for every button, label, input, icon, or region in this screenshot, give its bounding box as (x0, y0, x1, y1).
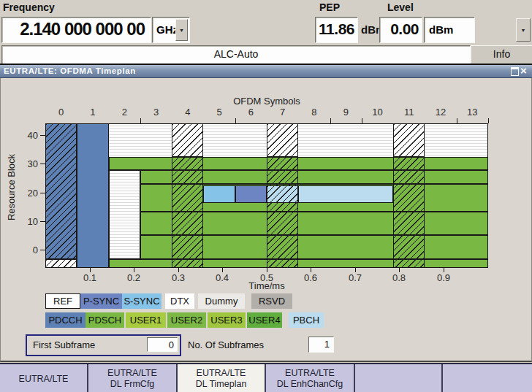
first-subframe-field[interactable]: 0 (147, 337, 178, 352)
first-subframe-label: First Subframe (33, 336, 95, 355)
softkey-empty-6[interactable] (443, 364, 531, 392)
first-subframe-group: First Subframe 0 (26, 334, 181, 356)
legend-item-user1: USER1 (126, 312, 166, 328)
legend-row-2: PDCCHPDSCHUSER1USER2USER3USER4PBCH (45, 312, 324, 328)
legend-item-ref: REF (45, 293, 80, 309)
level-unit-dropdown[interactable]: dBm (424, 17, 475, 43)
frequency-label: Frequency (3, 1, 55, 13)
window-titlebar[interactable]: EUTRA/LTE: OFDMA Timeplan × (0, 65, 532, 78)
instrument-screen: Frequency 2.140 000 000 00 GHz ▼ PEP 11.… (0, 0, 532, 392)
status-text: ALC-Auto (2, 46, 470, 62)
level-unit-arrow-icon[interactable]: ▼ (516, 18, 531, 42)
softkey-empty-5[interactable] (355, 364, 443, 392)
legend-item-pdsch: PDSCH (86, 312, 124, 328)
status-bar: ALC-Auto (1, 45, 471, 64)
info-button[interactable]: Info (471, 45, 532, 63)
pep-field: 11.86 (315, 17, 358, 43)
softkey-eutra-lte-dl-frmcfg[interactable]: EUTRA/LTEDL FrmCfg (88, 364, 178, 392)
no-of-subframes-field[interactable]: 1 (308, 337, 334, 353)
no-of-subframes-label: No. Of Subframes (188, 334, 264, 356)
legend-item-p-sync: P-SYNC (80, 293, 122, 309)
frequency-value: 2.140 000 000 00 (2, 18, 151, 41)
level-value: 0.00 (380, 18, 422, 41)
softkey-bar: EUTRA/LTEEUTRA/LTEDL FrmCfgEUTRA/LTEDL T… (0, 363, 532, 392)
close-icon[interactable]: × (520, 64, 527, 77)
legend-item-dtx: DTX (165, 293, 194, 309)
legend-item-pbch: PBCH (289, 312, 324, 328)
pep-value: 11.86 (316, 18, 357, 41)
softkey-eutra-lte-dl-timeplan[interactable]: EUTRA/LTEDL Timeplan (178, 364, 266, 392)
softkey-eutra-lte-dl-enhchancfg[interactable]: EUTRA/LTEDL EnhChanCfg (266, 364, 355, 392)
legend-row-1: REFP-SYNCS-SYNCDTXDummyRSVD (45, 293, 292, 309)
legend-item-s-sync: S-SYNC (122, 293, 162, 309)
legend-item-user2: USER2 (167, 312, 206, 328)
level-field[interactable]: 0.00 (379, 17, 422, 43)
frequency-field[interactable]: 2.140 000 000 00 (1, 17, 151, 43)
legend-item-dummy: Dummy (198, 293, 245, 309)
legend-item-rsvd: RSVD (251, 293, 292, 309)
legend-item-user3: USER3 (208, 312, 246, 328)
level-unit-label: dBm (429, 23, 453, 36)
window-title: EUTRA/LTE: OFDMA Timeplan (4, 66, 136, 75)
pep-label: PEP (319, 1, 340, 13)
legend-item-user4: USER4 (247, 312, 282, 328)
frequency-unit-dropdown[interactable]: GHz ▼ (152, 17, 190, 43)
top-axis-title: OFDM Symbols (45, 96, 488, 107)
legend-item-pdcch: PDCCH (45, 312, 86, 328)
level-label: Level (387, 1, 414, 13)
softkey-eutra-lte[interactable]: EUTRA/LTE (0, 364, 88, 392)
bottom-axis-title: Time/ms (45, 280, 488, 291)
restore-icon[interactable] (511, 67, 519, 76)
timeplan-plot (45, 123, 488, 268)
frequency-unit-arrow-icon[interactable]: ▼ (175, 19, 188, 41)
y-axis-title: Resource Block (6, 153, 15, 222)
